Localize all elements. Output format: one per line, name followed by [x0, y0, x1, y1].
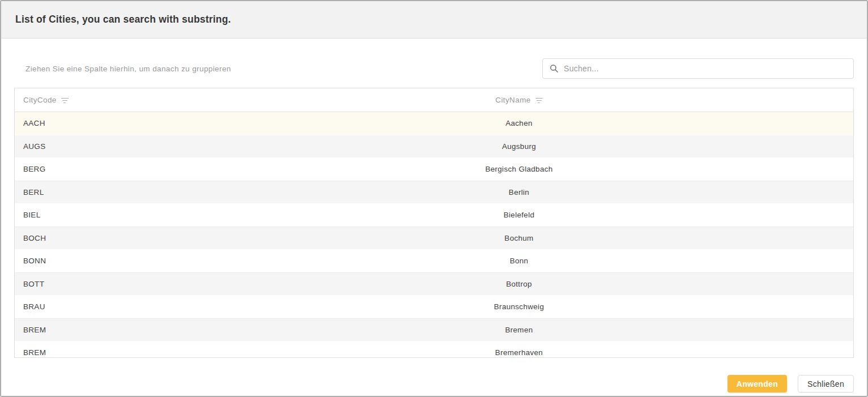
grid-cell-citycode[interactable]: BRAU — [15, 302, 185, 311]
column-label-citycode[interactable]: CityCode — [23, 96, 57, 104]
dialog-title: List of Cities, you can search with subs… — [15, 14, 231, 25]
apply-button[interactable]: Anwenden — [727, 375, 787, 392]
cities-dialog: List of Cities, you can search with subs… — [0, 0, 868, 397]
table-row[interactable]: AUGS Augsburg — [15, 135, 853, 159]
grid-cell-citycode[interactable]: BREM — [15, 326, 185, 334]
grid-cell-citycode[interactable]: AACH — [15, 119, 185, 127]
grid-cell-cityname[interactable]: Berlin — [185, 188, 853, 197]
grid-cell-cityname[interactable]: Bottrop — [185, 280, 853, 288]
table-row[interactable]: BREM Bremen — [15, 319, 853, 342]
table-row[interactable]: BRAU Braunschweig — [15, 296, 853, 319]
table-row[interactable]: BREM Bremerhaven — [15, 341, 853, 358]
grid-cell-cityname[interactable]: Aachen — [185, 119, 853, 127]
grid-cell-citycode[interactable]: BOCH — [15, 234, 185, 242]
cities-grid: CityCode CityName AACH Aachen AUGS Augsb… — [14, 88, 854, 358]
grid-cell-cityname[interactable]: Braunschweig — [185, 302, 853, 311]
table-row[interactable]: BERG Bergisch Gladbach — [15, 158, 853, 181]
grid-cell-citycode[interactable]: BIEL — [15, 211, 185, 219]
table-row[interactable]: BIEL Bielefeld — [15, 204, 853, 227]
column-label-cityname[interactable]: CityName — [495, 96, 530, 104]
grid-cell-citycode[interactable]: AUGS — [15, 142, 185, 151]
dialog-titlebar: List of Cities, you can search with subs… — [1, 1, 867, 39]
close-button[interactable]: Schließen — [798, 375, 854, 392]
grid-cell-citycode[interactable]: BONN — [15, 257, 185, 265]
grid-cell-cityname[interactable]: Augsburg — [185, 142, 853, 151]
grid-cell-citycode[interactable]: BERL — [15, 188, 185, 197]
table-row[interactable]: BOCH Bochum — [15, 227, 853, 250]
dialog-content: Ziehen Sie eine Spalte hierhin, um danac… — [1, 39, 867, 397]
grid-cell-cityname[interactable]: Bielefeld — [185, 211, 853, 219]
grid-cell-cityname[interactable]: Bremen — [185, 326, 853, 334]
grid-cell-citycode[interactable]: BREM — [15, 348, 185, 357]
grid-cell-cityname[interactable]: Bremerhaven — [185, 348, 853, 357]
search-box[interactable] — [542, 58, 854, 79]
grid-cell-citycode[interactable]: BOTT — [15, 280, 185, 288]
grid-header-citycode[interactable]: CityCode — [15, 96, 185, 104]
table-row[interactable]: BERL Berlin — [15, 181, 853, 204]
grid-header-row: CityCode CityName — [15, 88, 853, 112]
table-row[interactable]: BONN Bonn — [15, 250, 853, 273]
dialog-footer: Anwenden Schließen — [14, 375, 854, 397]
grid-cell-cityname[interactable]: Bochum — [185, 234, 853, 242]
group-panel-hint[interactable]: Ziehen Sie eine Spalte hierhin, um danac… — [25, 65, 231, 73]
grid-cell-cityname[interactable]: Bonn — [185, 257, 853, 265]
grid-cell-cityname[interactable]: Bergisch Gladbach — [185, 165, 853, 173]
filter-icon[interactable] — [61, 97, 69, 104]
filter-icon[interactable] — [535, 97, 543, 104]
table-row[interactable]: AACH Aachen — [15, 112, 853, 135]
search-input[interactable] — [564, 64, 846, 73]
grid-cell-citycode[interactable]: BERG — [15, 165, 185, 173]
grid-header-cityname[interactable]: CityName — [185, 96, 853, 104]
grid-toolbar: Ziehen Sie eine Spalte hierhin, um danac… — [14, 58, 854, 79]
table-row[interactable]: BOTT Bottrop — [15, 273, 853, 296]
search-icon — [550, 64, 559, 73]
grid-body: AACH Aachen AUGS Augsburg BERG Bergisch … — [15, 112, 853, 358]
